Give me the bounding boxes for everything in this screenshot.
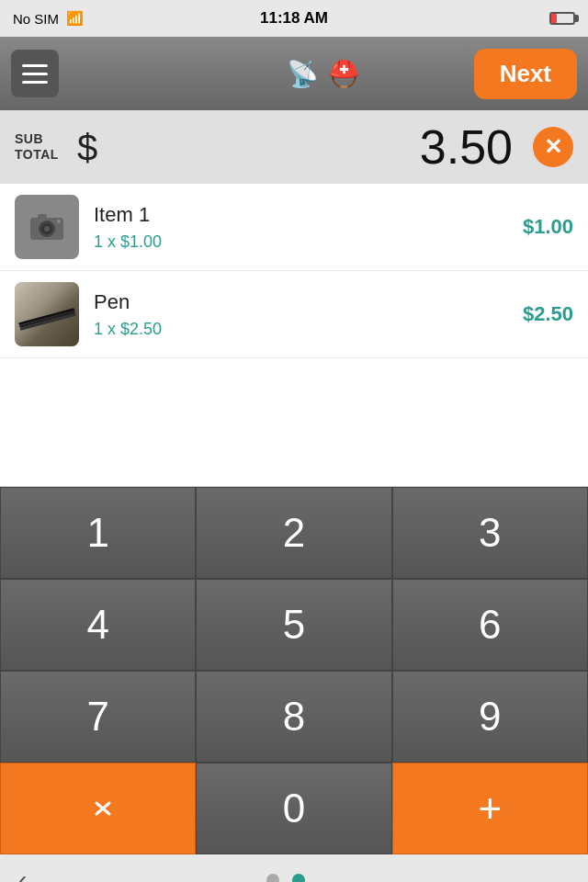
subtotal-label: SUBTOTAL [15,131,59,163]
list-item: Pen 1 x $2.50 $2.50 [0,271,588,358]
subtotal-bar: SUBTOTAL $ 3.50 ✕ [0,110,588,184]
clear-subtotal-button[interactable]: ✕ [533,127,573,167]
numpad-row-2: 4 5 6 [0,579,588,671]
currency-symbol: $ [77,127,97,168]
page-dot-2 [292,874,305,882]
menu-line-2 [22,73,48,75]
menu-button[interactable] [11,50,59,97]
subtotal-amount: 3.50 [107,119,513,175]
numpad-row-3: 7 8 9 [0,671,588,763]
key-7[interactable]: 7 [0,671,196,763]
add-button[interactable]: + [392,763,588,854]
menu-line-3 [22,81,48,84]
item-name: Item 1 [94,203,508,227]
next-button[interactable]: Next [474,49,577,99]
empty-area [0,358,588,487]
key-3[interactable]: 3 [392,487,588,579]
bottom-nav: ‹ [0,854,588,882]
item-thumbnail [15,195,79,259]
list-item: Item 1 1 x $1.00 $1.00 [0,184,588,271]
toolbar: 📡 ⛑️ Next [0,37,588,110]
menu-line-1 [22,64,48,67]
key-0[interactable]: 0 [196,763,391,854]
page-dot-1 [266,874,279,882]
item-price: $2.50 [523,302,573,326]
items-list: Item 1 1 x $1.00 $1.00 Pen 1 x $2.50 $2.… [0,184,588,358]
item-name: Pen [94,290,508,314]
item-thumbnail [15,282,79,346]
numpad-row-4: 0 + [0,763,588,854]
back-button[interactable]: ‹ [18,865,27,882]
battery-icon [549,12,575,25]
helmet-icon: ⛑️ [328,59,360,89]
pen-image [15,282,79,346]
backspace-button[interactable] [0,763,196,854]
item-info: Item 1 1 x $1.00 [79,203,523,252]
status-left: No SIM 📶 [13,10,84,27]
item-price: $1.00 [523,215,573,239]
numpad: 1 2 3 4 5 6 7 8 9 0 + [0,487,588,854]
svg-rect-4 [38,214,47,220]
status-right [549,12,575,25]
key-8[interactable]: 8 [196,671,391,763]
key-4[interactable]: 4 [0,579,196,671]
numpad-row-1: 1 2 3 [0,487,588,579]
page-indicators [266,874,305,882]
status-time: 11:18 AM [260,9,328,28]
key-5[interactable]: 5 [196,579,391,671]
item-qty: 1 x $1.00 [94,232,508,252]
svg-marker-6 [80,797,119,820]
item-info: Pen 1 x $2.50 [79,290,523,339]
svg-point-3 [44,226,50,232]
key-6[interactable]: 6 [392,579,588,671]
status-bar: No SIM 📶 11:18 AM [0,0,588,37]
item-qty: 1 x $2.50 [94,320,508,339]
wifi-icon: 📶 [66,10,84,27]
svg-point-5 [57,220,61,223]
key-1[interactable]: 1 [0,487,196,579]
signal-icon: 📡 [287,59,319,89]
carrier-label: No SIM [13,11,59,27]
key-9[interactable]: 9 [392,671,588,763]
key-2[interactable]: 2 [196,487,391,579]
